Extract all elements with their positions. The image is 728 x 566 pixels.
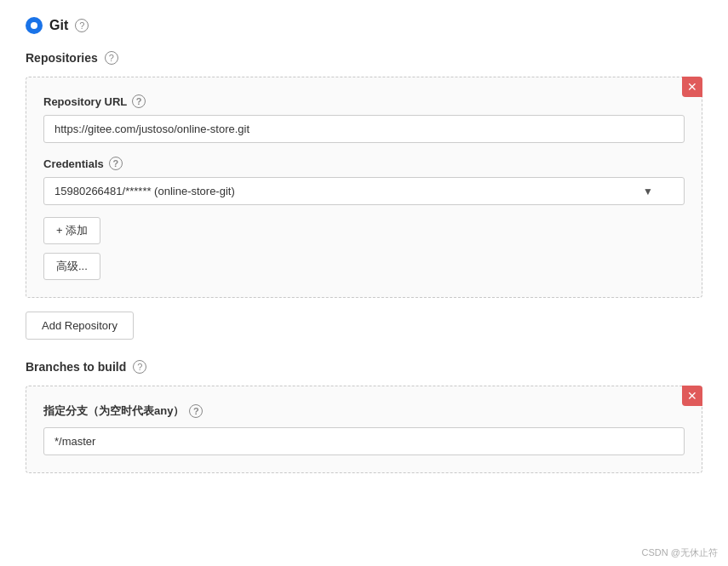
git-help-icon[interactable]: ? — [75, 19, 89, 32]
git-dot-inner — [31, 22, 37, 29]
credentials-section: Credentials ? 15980266481/****** (online… — [43, 157, 685, 205]
repo-url-input[interactable] — [43, 115, 685, 143]
branch-field-header: 指定分支（为空时代表any） ? — [43, 403, 685, 419]
branch-card: ✕ 指定分支（为空时代表any） ? — [26, 386, 702, 473]
repo-action-buttons: + 添加 — [43, 217, 685, 244]
credentials-help-icon[interactable]: ? — [109, 157, 123, 170]
repository-card: ✕ Repository URL ? Credentials ? 1598026… — [26, 77, 702, 298]
advanced-button[interactable]: 高级... — [43, 253, 100, 280]
repo-url-label-text: Repository URL — [43, 95, 127, 108]
branches-section: Branches to build ? ✕ 指定分支（为空时代表any） ? — [26, 360, 702, 473]
credentials-select-wrapper: 15980266481/****** (online-store-git) ▼ — [43, 177, 685, 205]
add-credentials-button[interactable]: + 添加 — [43, 217, 100, 244]
credentials-label-text: Credentials — [43, 157, 104, 170]
page-container: Git ? Repositories ? ✕ Repository URL ? … — [0, 0, 728, 566]
branch-field-label-text: 指定分支（为空时代表any） — [43, 403, 184, 419]
repo-advanced-buttons: 高级... — [43, 253, 685, 280]
repo-url-field-label: Repository URL ? — [43, 94, 685, 108]
credentials-select-value: 15980266481/****** (online-store-git) — [54, 185, 235, 197]
repositories-help-icon[interactable]: ? — [105, 51, 118, 65]
git-status-dot — [26, 17, 43, 34]
branch-field-input[interactable] — [43, 427, 685, 455]
branch-close-button[interactable]: ✕ — [682, 386, 702, 406]
credentials-select[interactable]: 15980266481/****** (online-store-git) ▼ — [43, 177, 685, 205]
credentials-chevron-icon: ▼ — [643, 186, 653, 197]
add-repository-button[interactable]: Add Repository — [26, 312, 134, 340]
credentials-field-label: Credentials ? — [43, 157, 685, 170]
repo-url-help-icon[interactable]: ? — [132, 94, 146, 108]
branches-label: Branches to build — [26, 360, 126, 374]
repository-close-button[interactable]: ✕ — [682, 77, 702, 97]
repositories-label: Repositories — [26, 51, 98, 65]
branches-section-header: Branches to build ? — [26, 360, 702, 374]
branches-help-icon[interactable]: ? — [133, 360, 146, 374]
branch-field-help-icon[interactable]: ? — [189, 404, 203, 418]
repositories-section-header: Repositories ? — [26, 51, 702, 65]
git-title: Git — [49, 18, 68, 33]
watermark: CSDN @无休止符 — [642, 546, 718, 559]
git-header: Git ? — [26, 17, 702, 34]
